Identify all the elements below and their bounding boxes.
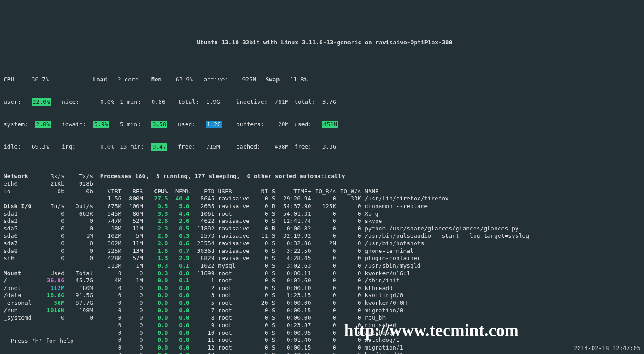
proc-name: /usr/bin/hotshots: [364, 240, 424, 247]
proc-virt: 0: [100, 285, 122, 292]
cpu-idle-label: idle:: [4, 143, 21, 151]
proc-ni: -11: [254, 232, 268, 240]
proc-time: 0:00.10: [275, 285, 311, 292]
hdr-s: S: [268, 188, 275, 196]
proc-ior: 2M: [311, 240, 336, 247]
swap-label: Swap: [266, 76, 280, 84]
cpu-system: 2.8%: [35, 121, 51, 128]
proc-ior: 0: [311, 307, 336, 315]
proc-name: /sbin/init: [364, 277, 399, 285]
disk-name: sda5: [4, 225, 36, 233]
disk-in: 0: [36, 240, 64, 247]
proc-state: S: [268, 292, 275, 299]
proc-time: 0:00.15: [275, 307, 311, 315]
proc-state: S: [268, 240, 275, 247]
footer: Press 'h' for help 2014-02-18 12:47:05: [4, 330, 640, 352]
proc-state: S: [268, 277, 275, 285]
swap-pct: 11.8%: [290, 76, 307, 84]
proc-res: 0: [122, 322, 143, 329]
hdr-ior: IO_R/s: [311, 188, 336, 196]
main-area: NetworkRx/sTx/s Processes 180, 3 running…: [4, 173, 639, 354]
mem-total-label: total:: [178, 98, 199, 106]
proc-ni: 0: [254, 255, 268, 262]
disk-name: sda8: [4, 247, 36, 255]
proc-user: mysql: [218, 262, 254, 270]
proc-mem: 0.7: [168, 247, 190, 255]
diskio-label: Disk I/O: [4, 203, 36, 210]
proc-ior: 0: [311, 232, 336, 240]
proc-virt: 162M: [100, 232, 122, 240]
proc-state: S: [268, 218, 275, 225]
proc-cpu: 1.3: [143, 255, 168, 262]
proc-pid: 23554: [190, 240, 215, 247]
proc-res: 5M: [122, 232, 143, 240]
load-label: Load: [93, 76, 107, 84]
mem-active-label: active:: [203, 76, 228, 84]
proc-name: kworker/u16:1: [364, 270, 410, 277]
disk-in: 0: [36, 210, 64, 218]
proc-pid: 7: [190, 307, 215, 315]
proc-ni: 0: [254, 262, 268, 270]
proc-user: root: [218, 299, 254, 307]
proc-res: 11M: [122, 240, 143, 247]
proc-iow: 0: [336, 218, 361, 225]
proc-ni: 0: [254, 314, 268, 322]
proc-virt: 428M: [100, 255, 122, 262]
proc-res: 1M: [122, 262, 143, 270]
disk-out: 0: [64, 240, 93, 247]
proc-state: S: [268, 232, 275, 240]
proc-ni: 0: [254, 210, 268, 218]
proc-iow: 0: [336, 285, 361, 292]
proc-time: 29:26.94: [275, 195, 311, 203]
mount-used: 0: [36, 314, 64, 322]
proc-virt: 302M: [100, 240, 122, 247]
proc-user: ravisaive: [218, 203, 254, 210]
proc-user: root: [218, 314, 254, 322]
load-m15-label: 15 min:: [120, 143, 144, 151]
clock: 2014-02-18 12:47:05: [574, 345, 640, 352]
swap-free-label: free:: [294, 143, 312, 151]
proc-res: 57M: [122, 255, 143, 262]
processes-summary: Processes 180, 3 running, 177 sleeping, …: [100, 173, 345, 180]
proc-ior: 0: [311, 255, 336, 262]
proc-ni: 0: [254, 203, 268, 210]
proc-pid: 8645: [190, 195, 215, 203]
proc-mem: 2.9: [168, 255, 190, 262]
cpu-iowait-label: iowait:: [62, 121, 86, 128]
proc-res: 52M: [122, 218, 143, 225]
proc-name: plugin-container: [364, 255, 420, 262]
proc-pid: 3: [190, 292, 215, 299]
proc-user: root: [218, 322, 254, 329]
proc-ni: 0: [254, 322, 268, 329]
proc-mem: 0.0: [168, 292, 190, 299]
proc-mem: 0.0: [168, 307, 190, 315]
proc-state: S: [268, 322, 275, 329]
proc-iow: 0: [336, 270, 361, 277]
proc-iow: 0: [336, 232, 361, 240]
proc-ior: 0: [311, 247, 336, 255]
proc-user: ravisaive: [218, 218, 254, 225]
iface-name: lo: [4, 188, 36, 196]
cpu-irq: 0.0%: [100, 143, 114, 151]
disk-in: 0: [36, 225, 64, 233]
load-m5-label: 5 min:: [120, 121, 141, 128]
proc-time: 32:19.92: [275, 232, 311, 240]
hdr-cpu: CPU%: [143, 188, 168, 196]
mount-total: 45.7G: [64, 277, 93, 285]
proc-virt: 4M: [100, 277, 122, 285]
cpu-idle: 69.3%: [32, 143, 49, 151]
proc-user: ravisaive: [218, 240, 254, 247]
proc-time: 3:02.63: [275, 262, 311, 270]
disk-in: 0: [36, 255, 64, 262]
hdr-time: TIME+: [275, 188, 311, 196]
mem-inactive: 761M: [275, 98, 288, 106]
proc-mem: 0.1: [168, 277, 190, 285]
disk-in: 0: [36, 247, 64, 255]
proc-iow: 0: [336, 225, 361, 233]
proc-time: 0:23.87: [275, 322, 311, 329]
proc-name: rcu_sched: [364, 322, 396, 329]
mount-used: 18.6G: [36, 292, 64, 299]
proc-res: 1M: [122, 277, 143, 285]
proc-virt: 747M: [100, 218, 122, 225]
proc-state: S: [268, 307, 275, 315]
